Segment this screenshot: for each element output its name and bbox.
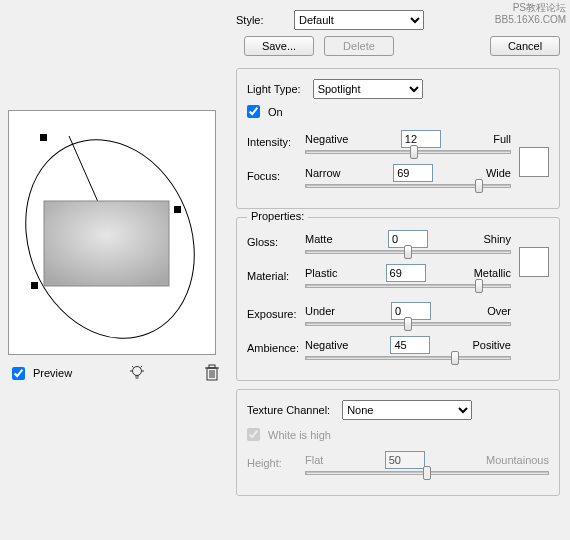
material-thumb[interactable]	[475, 279, 483, 293]
style-label: Style:	[236, 14, 288, 26]
height-slider-group: Height: Flat Mountainous	[247, 451, 549, 475]
intensity-thumb[interactable]	[410, 145, 418, 159]
svg-rect-2	[40, 134, 47, 141]
gloss-left: Matte	[305, 233, 333, 245]
exposure-slider-group: Exposure: Under Over	[247, 302, 549, 326]
focus-right: Wide	[486, 167, 511, 179]
exposure-thumb[interactable]	[404, 317, 412, 331]
ambience-label: Ambience:	[247, 342, 305, 354]
ambience-value[interactable]	[390, 336, 430, 354]
material-slider[interactable]	[305, 284, 511, 288]
height-right: Mountainous	[486, 454, 549, 466]
svg-rect-6	[44, 201, 169, 286]
white-high-checkbox: White is high	[247, 428, 331, 441]
svg-line-12	[132, 366, 134, 368]
material-left: Plastic	[305, 267, 337, 279]
gloss-slider[interactable]	[305, 250, 511, 254]
properties-group: Properties: Gloss: Matte Shiny	[236, 217, 560, 381]
texture-group: Texture Channel: None White is high Heig…	[236, 389, 560, 496]
texture-channel-label: Texture Channel:	[247, 404, 330, 416]
on-checkbox-input[interactable]	[247, 105, 260, 118]
height-label: Height:	[247, 457, 305, 469]
exposure-right: Over	[487, 305, 511, 317]
exposure-slider[interactable]	[305, 322, 511, 326]
material-label: Material:	[247, 270, 305, 282]
style-select[interactable]: Default	[294, 10, 424, 30]
ambient-color-swatch[interactable]	[519, 247, 549, 277]
white-high-input	[247, 428, 260, 441]
intensity-right: Full	[493, 133, 511, 145]
material-slider-group: Material: Plastic Metallic	[247, 264, 511, 288]
focus-slider-group: Focus: Narrow Wide	[247, 164, 511, 188]
light-color-swatch[interactable]	[519, 147, 549, 177]
intensity-value[interactable]	[401, 130, 441, 148]
light-type-label: Light Type:	[247, 83, 301, 95]
preview-checkbox[interactable]: Preview	[12, 367, 72, 380]
svg-rect-3	[174, 206, 181, 213]
cancel-button[interactable]: Cancel	[490, 36, 560, 56]
height-thumb	[423, 466, 431, 480]
light-type-group: Light Type: Spotlight On Intensity: Nega…	[236, 68, 560, 209]
height-left: Flat	[305, 454, 323, 466]
properties-title: Properties:	[247, 210, 308, 222]
ambience-slider[interactable]	[305, 356, 511, 360]
spotlight-ellipse[interactable]	[9, 111, 217, 356]
focus-value[interactable]	[393, 164, 433, 182]
lighting-preview-canvas[interactable]	[8, 110, 216, 355]
intensity-slider-group: Intensity: Negative Full	[247, 130, 511, 154]
delete-button: Delete	[324, 36, 394, 56]
light-type-select[interactable]: Spotlight	[313, 79, 423, 99]
focus-thumb[interactable]	[475, 179, 483, 193]
intensity-slider[interactable]	[305, 150, 511, 154]
preview-label: Preview	[33, 367, 72, 379]
gloss-thumb[interactable]	[404, 245, 412, 259]
white-high-label: White is high	[268, 429, 331, 441]
gloss-slider-group: Gloss: Matte Shiny	[247, 230, 511, 254]
exposure-label: Exposure:	[247, 308, 305, 320]
ambience-right: Positive	[472, 339, 511, 351]
gloss-label: Gloss:	[247, 236, 305, 248]
preview-checkbox-input[interactable]	[12, 367, 25, 380]
svg-rect-4	[31, 282, 38, 289]
ambience-left: Negative	[305, 339, 348, 351]
ambience-slider-group: Ambience: Negative Positive	[247, 336, 549, 360]
on-checkbox[interactable]: On	[247, 105, 283, 118]
ambience-thumb[interactable]	[451, 351, 459, 365]
height-value	[385, 451, 425, 469]
texture-channel-select[interactable]: None	[342, 400, 472, 420]
intensity-left: Negative	[305, 133, 348, 145]
intensity-label: Intensity:	[247, 136, 305, 148]
save-button[interactable]: Save...	[244, 36, 314, 56]
svg-line-13	[141, 366, 143, 368]
material-value[interactable]	[386, 264, 426, 282]
svg-rect-19	[209, 365, 215, 368]
svg-point-7	[133, 367, 142, 376]
height-slider	[305, 471, 549, 475]
focus-label: Focus:	[247, 170, 305, 182]
material-right: Metallic	[474, 267, 511, 279]
focus-left: Narrow	[305, 167, 340, 179]
gloss-right: Shiny	[483, 233, 511, 245]
trash-icon[interactable]	[202, 363, 222, 383]
focus-slider[interactable]	[305, 184, 511, 188]
on-label: On	[268, 106, 283, 118]
lightbulb-icon[interactable]	[127, 363, 147, 383]
exposure-left: Under	[305, 305, 335, 317]
